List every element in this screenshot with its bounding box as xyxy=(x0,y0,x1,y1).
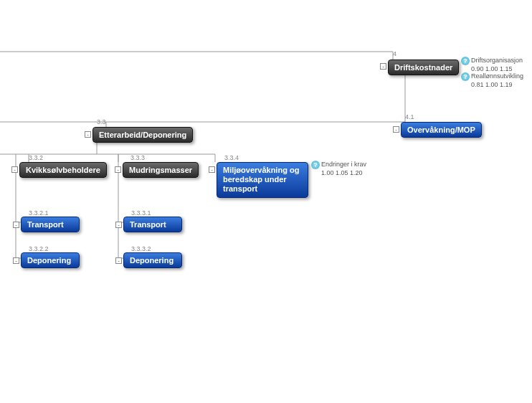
node-driftskostnader[interactable]: Driftskostnader xyxy=(388,60,459,75)
annotation-driftsorganisasjon: ?Driftsorganisasjon0.90 1.00 1.15 xyxy=(461,57,523,72)
collapse-toggle[interactable]: - xyxy=(13,257,19,264)
annotation-reallonnsutvikling: ?Reallønnsutvikling0.81 1.00 1.19 xyxy=(461,72,523,88)
node-index: 3.3.2.2 xyxy=(29,245,49,252)
node-index: 3.3.3.1 xyxy=(131,209,151,217)
node-miljoovervakning[interactable]: Miljøovervåkning og beredskap under tran… xyxy=(217,162,308,198)
collapse-toggle[interactable]: - xyxy=(380,63,386,70)
node-transport-3321[interactable]: Transport xyxy=(21,217,80,232)
question-icon: ? xyxy=(311,161,320,169)
collapse-toggle[interactable]: - xyxy=(115,222,122,228)
node-index: 4.1 xyxy=(405,113,414,120)
collapse-toggle[interactable]: - xyxy=(11,166,18,173)
node-index: 3.3 xyxy=(97,118,106,125)
node-transport-3331[interactable]: Transport xyxy=(123,217,182,232)
node-index: 3.3.3.2 xyxy=(131,245,151,252)
node-index: 3.3.2 xyxy=(29,154,43,161)
annotation-endringer-krav: ?Endringer i krav1.00 1.05 1.20 xyxy=(311,161,366,176)
node-deponering-3322[interactable]: Deponering xyxy=(21,252,80,268)
question-icon: ? xyxy=(461,57,470,65)
node-deponering-3332[interactable]: Deponering xyxy=(123,252,182,268)
node-overvakning-mop[interactable]: Overvåkning/MOP xyxy=(401,122,482,138)
node-kvikksolvbeholdere[interactable]: Kvikksølvbeholdere xyxy=(19,162,107,178)
node-mudringsmasser[interactable]: Mudringsmasser xyxy=(123,162,199,178)
collapse-toggle[interactable]: - xyxy=(393,126,399,133)
node-index: 3.3.3 xyxy=(130,154,145,161)
node-index: 3.3.2.1 xyxy=(29,209,49,217)
collapse-toggle[interactable]: - xyxy=(115,257,122,264)
collapse-toggle[interactable]: - xyxy=(85,131,91,138)
node-index: 4 xyxy=(393,50,396,57)
collapse-toggle[interactable]: - xyxy=(13,222,19,228)
node-etterarbeid-deponering[interactable]: Etterarbeid/Deponering xyxy=(92,127,193,143)
question-icon: ? xyxy=(461,72,470,81)
collapse-toggle[interactable]: - xyxy=(209,166,215,173)
collapse-toggle[interactable]: - xyxy=(115,166,121,173)
node-index: 3.3.4 xyxy=(224,154,239,161)
